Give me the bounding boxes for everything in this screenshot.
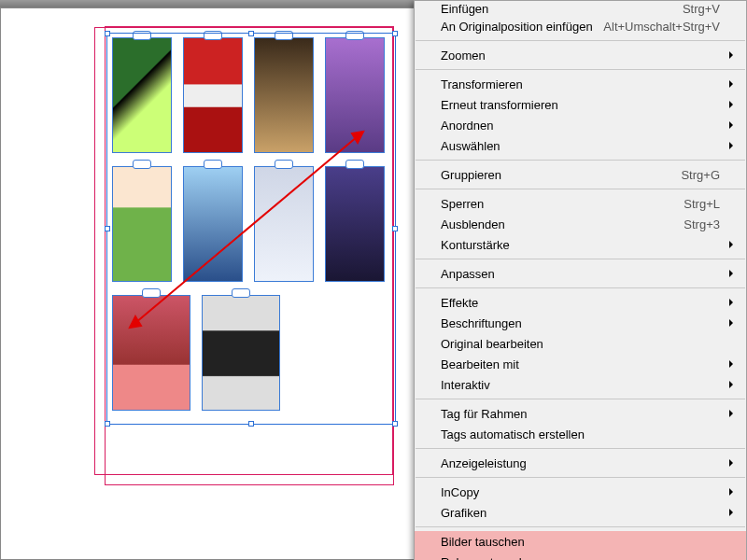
menu-item[interactable]: Tag für Rahmen <box>415 403 746 424</box>
menu-item[interactable]: Anpassen <box>415 263 746 284</box>
menu-item-shortcut: Strg+L <box>684 197 720 211</box>
menu-item-label: An Originalposition einfügen <box>441 20 593 34</box>
menu-item-label: Zoomen <box>441 49 486 63</box>
menu-item[interactable]: SperrenStrg+L <box>415 193 746 214</box>
context-menu[interactable]: EinfügenStrg+VAn Originalposition einfüg… <box>414 0 747 560</box>
menu-item[interactable]: GruppierenStrg+G <box>415 164 746 185</box>
menu-item[interactable]: Interaktiv <box>415 374 746 395</box>
menu-item-label: Bearbeiten mit <box>441 357 519 371</box>
menu-item-label: Anordnen <box>441 119 493 133</box>
menu-item[interactable]: Auswählen <box>415 135 746 156</box>
menu-item-label: Einfügen <box>441 3 488 16</box>
menu-item-label: Effekte <box>441 296 478 310</box>
menu-item[interactable]: Beschriftungen <box>415 313 746 333</box>
menu-item-label: Sperren <box>441 197 484 211</box>
menu-separator <box>416 526 745 527</box>
menu-item-label: Anzeigeleistung <box>441 456 527 470</box>
menu-item[interactable]: EinfügenStrg+V <box>415 3 746 16</box>
menu-item-label: Konturstärke <box>441 238 510 252</box>
menu-item[interactable]: Bilder tauschen <box>415 531 746 552</box>
menu-item-label: Anpassen <box>441 267 495 281</box>
menu-item[interactable]: Tags automatisch erstellen <box>415 424 746 444</box>
menu-item[interactable]: Transformieren <box>415 74 746 94</box>
menu-separator <box>416 448 745 449</box>
swap-arrow-annotation <box>113 120 384 344</box>
menu-item[interactable]: Original bearbeiten <box>415 333 746 354</box>
menu-item-shortcut: Strg+V <box>683 3 720 16</box>
menu-item[interactable]: InCopy <box>415 482 746 502</box>
menu-item-label: Ausblenden <box>441 217 505 231</box>
menu-separator <box>416 160 745 161</box>
menu-item[interactable]: Erneut transformieren <box>415 94 746 115</box>
menu-separator <box>416 40 745 41</box>
menu-separator <box>416 399 745 399</box>
menu-item-shortcut: Strg+3 <box>684 217 720 231</box>
menu-item-label: InCopy <box>441 485 479 499</box>
menu-item-label: Original bearbeiten <box>441 337 543 351</box>
menu-separator <box>416 189 745 189</box>
menu-item[interactable]: Zoomen <box>415 45 746 65</box>
menu-item[interactable]: AusblendenStrg+3 <box>415 214 746 234</box>
menu-item-label: Bilder tauschen <box>441 535 525 549</box>
menu-separator <box>416 477 745 478</box>
menu-item-label: Rahmen tauschen <box>441 555 540 561</box>
menu-item-label: Transformieren <box>441 77 523 91</box>
menu-item-shortcut: Alt+Umschalt+Strg+V <box>603 20 720 34</box>
menu-item[interactable]: Rahmen tauschen <box>415 552 746 560</box>
menu-item[interactable]: Konturstärke <box>415 234 746 255</box>
svg-line-0 <box>130 132 363 328</box>
menu-item-label: Grafiken <box>441 506 486 520</box>
menu-item-shortcut: Strg+G <box>681 168 720 182</box>
menu-item-label: Tag für Rahmen <box>441 407 528 421</box>
menu-item[interactable]: Anordnen <box>415 115 746 135</box>
menu-item-label: Tags automatisch erstellen <box>441 427 585 441</box>
menu-item-label: Gruppieren <box>441 168 501 182</box>
menu-item-label: Beschriftungen <box>441 316 522 330</box>
menu-item-label: Erneut transformieren <box>441 98 558 112</box>
menu-item[interactable]: Effekte <box>415 292 746 313</box>
menu-separator <box>416 69 745 70</box>
svg-marker-1 <box>352 132 363 143</box>
menu-separator <box>416 259 745 259</box>
menu-item[interactable]: An Originalposition einfügenAlt+Umschalt… <box>415 16 746 36</box>
menu-item-label: Auswählen <box>441 139 500 153</box>
menu-item[interactable]: Anzeigeleistung <box>415 453 746 473</box>
menu-separator <box>416 287 745 288</box>
menu-item[interactable]: Bearbeiten mit <box>415 354 746 374</box>
menu-item[interactable]: Grafiken <box>415 502 746 523</box>
menu-item-label: Interaktiv <box>441 378 490 392</box>
svg-marker-2 <box>130 316 141 328</box>
